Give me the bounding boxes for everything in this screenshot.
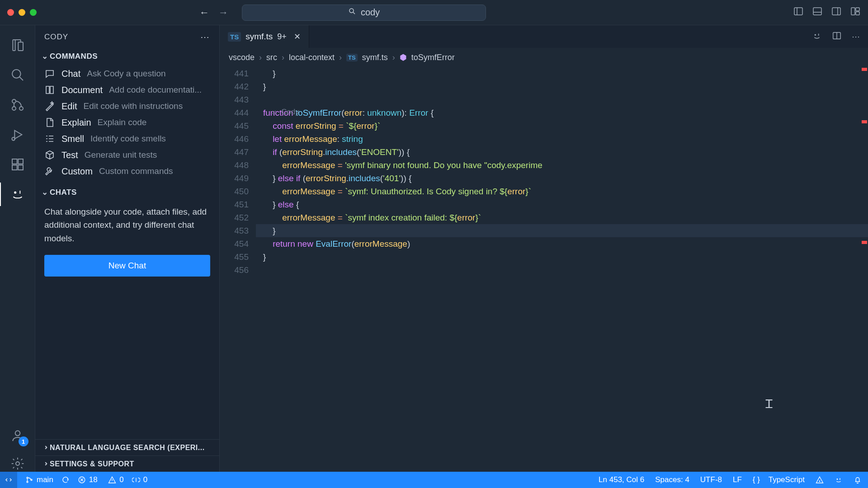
new-chat-button[interactable]: New Chat	[44, 255, 210, 277]
cmd-desc: Identify code smells	[90, 134, 166, 144]
code-content[interactable]: } } function toSymfError(error: unknown)…	[256, 67, 868, 472]
svg-point-9	[12, 99, 16, 103]
command-edit[interactable]: Edit Edit code with instructions	[35, 98, 219, 114]
close-window[interactable]	[7, 9, 14, 16]
split-editor-icon[interactable]	[832, 31, 842, 43]
extensions-icon[interactable]	[9, 156, 26, 173]
command-chat[interactable]: Chat Ask Cody a question	[35, 66, 219, 82]
minimize-window[interactable]	[19, 9, 25, 16]
panel-right-icon[interactable]	[831, 6, 842, 19]
cody-reload-icon[interactable]	[812, 31, 822, 43]
close-icon[interactable]: ✕	[294, 32, 301, 42]
crumb[interactable]: src	[266, 53, 277, 62]
cmd-desc: Custom commands	[99, 166, 173, 176]
commands-section-header[interactable]: ⌄ COMMANDS	[35, 49, 219, 64]
cmd-desc: Generate unit tests	[85, 150, 157, 160]
codelens-hint[interactable]: Cody	[270, 105, 299, 118]
panel-left-icon[interactable]	[793, 6, 804, 19]
debug-icon[interactable]	[9, 127, 26, 143]
command-custom[interactable]: Custom Custom commands	[35, 163, 219, 179]
command-test[interactable]: Test Generate unit tests	[35, 147, 219, 163]
commands-label: COMMANDS	[50, 52, 98, 61]
git-branch[interactable]: main	[25, 475, 53, 484]
nls-label: NATURAL LANGUAGE SEARCH (EXPERI...	[50, 444, 205, 452]
svg-rect-3	[832, 8, 840, 15]
svg-point-24	[27, 481, 28, 483]
command-document[interactable]: Document Add code documentati...	[35, 82, 219, 98]
package-icon	[44, 150, 55, 160]
crumb[interactable]: toSymfError	[411, 53, 455, 62]
breadcrumb[interactable]: vscode› src› local-context› TS symf.ts› …	[220, 48, 868, 67]
editor-actions: ⋯	[804, 25, 868, 48]
tabs-row: TS symf.ts 9+ ✕ ⋯	[220, 25, 868, 48]
nav-forward-icon[interactable]: →	[218, 7, 228, 19]
search-activity-icon[interactable]	[9, 67, 26, 83]
bell-icon[interactable]	[854, 476, 862, 484]
cmd-label: Custom	[61, 166, 93, 177]
cmd-desc: Ask Cody a question	[87, 69, 165, 79]
nav-back-icon[interactable]: ←	[199, 7, 209, 19]
svg-point-0	[349, 9, 354, 13]
settings-gear-icon[interactable]	[9, 455, 26, 472]
command-smell[interactable]: Smell Identify code smells	[35, 131, 219, 147]
titlebar-right	[793, 6, 861, 19]
explorer-icon[interactable]	[9, 37, 26, 53]
eol[interactable]: LF	[733, 475, 742, 484]
svg-point-18	[15, 431, 20, 436]
sync-icon[interactable]	[61, 476, 70, 484]
source-control-icon[interactable]	[9, 97, 26, 113]
command-center[interactable]: cody	[242, 5, 486, 21]
feedback-icon[interactable]	[816, 476, 824, 484]
spaces[interactable]: Spaces: 4	[655, 475, 689, 484]
svg-point-19	[16, 462, 19, 465]
crumb[interactable]: vscode	[229, 53, 255, 62]
more-actions-icon[interactable]: ⋯	[852, 32, 860, 42]
settings-section-header[interactable]: ⌄ SETTINGS & SUPPORT	[35, 455, 219, 472]
maximize-window[interactable]	[30, 9, 37, 16]
nls-section-header[interactable]: ⌄ NATURAL LANGUAGE SEARCH (EXPERI...	[35, 439, 219, 455]
overview-ruler[interactable]	[860, 67, 868, 472]
accounts-icon[interactable]: 1	[9, 427, 26, 444]
cody-status-icon[interactable]	[835, 476, 843, 484]
svg-rect-1	[794, 8, 802, 15]
svg-point-20	[815, 34, 816, 35]
sidebar-title: CODY	[44, 33, 68, 42]
chats-text: Chat alongside your code, attach files, …	[44, 205, 210, 245]
chats-section-header[interactable]: ⌄ CHATS	[35, 185, 219, 200]
tab-dirty-indicator: 9+	[277, 32, 287, 42]
editor-tab[interactable]: TS symf.ts 9+ ✕	[220, 25, 309, 48]
svg-point-22	[273, 111, 273, 112]
cody-activity-icon[interactable]	[9, 186, 26, 202]
layout-icon[interactable]	[850, 6, 861, 19]
tools-icon	[44, 166, 55, 177]
svg-point-27	[819, 481, 820, 482]
code-area[interactable]: 441 442 443 444 445 446 447 448 449 450 …	[220, 67, 868, 472]
cmd-label: Chat	[61, 69, 80, 79]
problems[interactable]: 18 0	[78, 475, 124, 484]
svg-point-17	[14, 192, 16, 193]
typescript-icon: TS	[346, 54, 358, 61]
cody-sidebar: CODY ⋯ ⌄ COMMANDS Chat Ask Cody a questi…	[35, 25, 220, 472]
chats-label: CHATS	[50, 188, 77, 197]
cursor-position[interactable]: Ln 453, Col 6	[599, 475, 644, 484]
typescript-icon: TS	[228, 32, 241, 42]
svg-rect-6	[856, 12, 859, 15]
more-icon[interactable]: ⋯	[200, 32, 210, 42]
svg-point-28	[837, 479, 838, 480]
editor-area: TS symf.ts 9+ ✕ ⋯ vscode› src› local-con…	[220, 25, 868, 472]
cmd-desc: Add code documentati...	[109, 85, 202, 95]
language-mode[interactable]: { } TypeScript	[753, 475, 805, 484]
accounts-badge: 1	[19, 436, 28, 446]
search-text: cody	[361, 7, 380, 18]
file-icon	[44, 117, 55, 128]
crumb[interactable]: symf.ts	[362, 53, 388, 62]
command-explain[interactable]: Explain Explain code	[35, 114, 219, 131]
chats-body: Chat alongside your code, attach files, …	[35, 200, 219, 285]
panel-bottom-icon[interactable]	[812, 6, 823, 19]
remote-icon[interactable]	[0, 472, 17, 488]
crumb[interactable]: local-context	[289, 53, 335, 62]
encoding[interactable]: UTF-8	[700, 475, 722, 484]
ports[interactable]: 0	[132, 475, 147, 484]
svg-point-11	[12, 107, 16, 110]
book-icon	[44, 84, 55, 95]
